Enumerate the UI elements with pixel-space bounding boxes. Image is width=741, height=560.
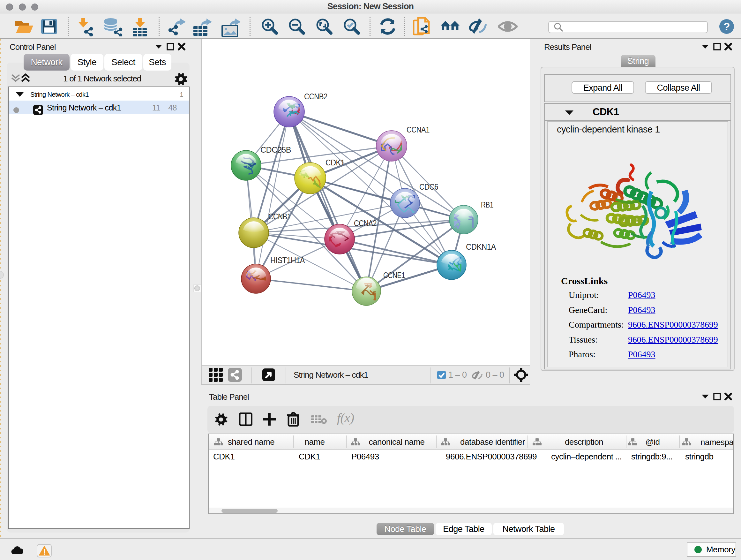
svg-text:CDC25B: CDC25B (260, 145, 291, 154)
svg-text:CCNA1: CCNA1 (407, 125, 429, 134)
svg-text:CDK1: CDK1 (326, 158, 345, 167)
svg-text:CCNE1: CCNE1 (383, 270, 405, 280)
svg-text:CCNB2: CCNB2 (304, 91, 327, 101)
svg-text:CCNB1: CCNB1 (268, 212, 291, 221)
svg-text:?: ? (724, 20, 730, 33)
svg-text:CDC6: CDC6 (419, 182, 438, 192)
svg-text:CDKN1A: CDKN1A (466, 242, 496, 252)
svg-text:HIST1H1A: HIST1H1A (270, 255, 305, 265)
svg-text:CCNA2: CCNA2 (354, 219, 377, 228)
svg-text:RB1: RB1 (481, 200, 493, 209)
